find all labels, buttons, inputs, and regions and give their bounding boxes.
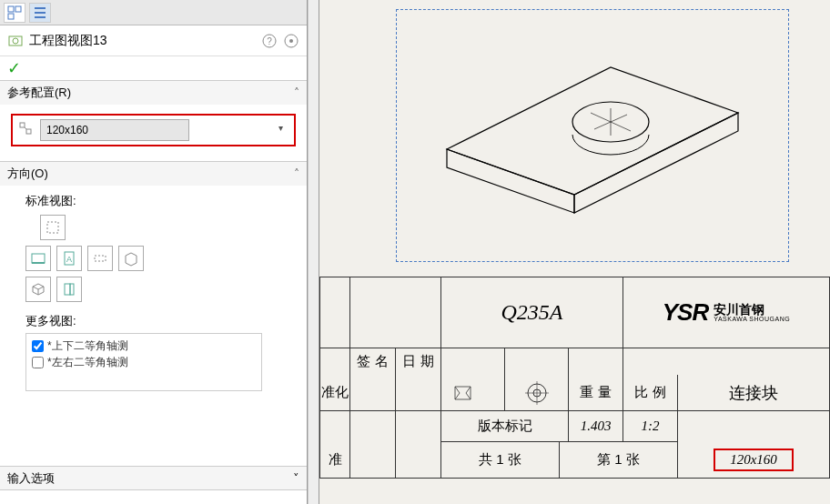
weight-label: 重 量 xyxy=(569,375,623,411)
svg-rect-21 xyxy=(65,284,70,295)
help-button[interactable]: ? xyxy=(261,33,278,49)
svg-point-7 xyxy=(13,38,18,44)
canvas-area[interactable] xyxy=(319,0,830,277)
isometric-part-view xyxy=(429,31,756,240)
view-iso-button[interactable] xyxy=(25,277,51,302)
panel-header: 工程图视图13 ? xyxy=(0,25,307,56)
chevron-up-icon: ˄ xyxy=(294,167,299,180)
svg-line-29 xyxy=(591,113,611,122)
rev-weight: 1.403 xyxy=(569,411,623,442)
pin-button[interactable] xyxy=(283,33,299,49)
material-cell: Q235A xyxy=(441,277,623,348)
svg-text:A: A xyxy=(66,255,72,264)
view-front-button[interactable] xyxy=(40,215,66,240)
logo-cell: YSR 安川首钢 YASKAWA SHOUGANG xyxy=(623,277,830,348)
sheet-total: 共 1 张 xyxy=(441,442,560,479)
projection-icon-cell xyxy=(441,375,505,411)
svg-line-30 xyxy=(611,122,631,131)
config-dropdown[interactable] xyxy=(40,119,288,141)
svg-line-14 xyxy=(25,127,26,129)
title-block: Q235A YSR 安川首钢 YASKAWA SHOUGANG 签 名 日 期 … xyxy=(319,277,830,504)
tab-feature-manager[interactable] xyxy=(4,3,25,23)
view-top-button[interactable] xyxy=(25,246,51,271)
rev-label: 版本标记 xyxy=(441,411,569,442)
chevron-up-icon: ˄ xyxy=(294,86,299,99)
confirm-row: ✓ xyxy=(0,56,307,80)
config-highlight-box xyxy=(11,114,296,146)
reference-config-label: 参考配置(R) xyxy=(7,85,71,101)
svg-text:?: ? xyxy=(267,36,272,46)
svg-marker-23 xyxy=(447,67,738,195)
more-view-check-1[interactable] xyxy=(32,357,44,368)
partname-cell: 连接块 xyxy=(678,375,830,411)
config-icon xyxy=(18,121,35,139)
input-options-header[interactable]: 输入选项 ˅ xyxy=(0,466,307,489)
more-view-item-1[interactable]: *左右二等角轴测 xyxy=(32,354,256,370)
panel-title: 工程图视图13 xyxy=(25,33,261,49)
chevron-down-icon: ˅ xyxy=(293,471,299,485)
ok-check-icon[interactable]: ✓ xyxy=(7,58,21,78)
orientation-section: 方向(O) ˄ 标准视图: A xyxy=(0,161,307,398)
target-icon-cell xyxy=(505,375,569,411)
view-left-button[interactable] xyxy=(87,246,113,271)
view-right-button[interactable]: A xyxy=(56,246,82,271)
view-dimetric-button[interactable] xyxy=(56,277,82,302)
svg-line-32 xyxy=(594,122,611,129)
orientation-header[interactable]: 方向(O) ˄ xyxy=(0,162,307,186)
svg-rect-12 xyxy=(20,123,25,127)
tree-icon xyxy=(7,5,22,20)
property-panel: 工程图视图13 ? ✓ 参考配置(R) ˄ xyxy=(0,0,308,504)
more-views-label: 更多视图: xyxy=(11,307,296,333)
svg-marker-24 xyxy=(447,149,574,213)
drawing-canvas: Q235A YSR 安川首钢 YASKAWA SHOUGANG 签 名 日 期 … xyxy=(319,0,830,504)
svg-point-11 xyxy=(289,39,293,43)
std-label: 准化 xyxy=(319,375,350,411)
tab-property-manager[interactable] xyxy=(29,3,51,23)
panel-scrollbar[interactable] xyxy=(308,0,319,504)
panel-tabs xyxy=(0,0,307,25)
sign-label: 签 名 xyxy=(350,348,396,376)
drawing-view-icon xyxy=(7,33,25,49)
input-options-label: 输入选项 xyxy=(7,470,55,487)
config-value-highlight: 120x160 xyxy=(714,449,794,471)
list-icon xyxy=(33,5,47,20)
svg-rect-0 xyxy=(8,6,14,12)
svg-rect-22 xyxy=(70,284,74,295)
config-select-input[interactable] xyxy=(40,119,189,141)
orientation-label: 方向(O) xyxy=(7,166,48,182)
scale-label: 比 例 xyxy=(623,375,678,411)
svg-rect-13 xyxy=(26,129,31,134)
view-back-button[interactable] xyxy=(118,246,144,271)
svg-rect-2 xyxy=(15,6,21,12)
svg-rect-15 xyxy=(47,222,58,233)
svg-rect-20 xyxy=(95,256,106,261)
reference-config-header[interactable]: 参考配置(R) ˄ xyxy=(0,81,307,105)
standard-views-label: 标准视图: xyxy=(11,193,296,209)
sheet-current: 第 1 张 xyxy=(560,442,678,479)
approve-label: 准 xyxy=(319,442,350,479)
rev-scale: 1:2 xyxy=(623,411,678,442)
svg-marker-25 xyxy=(574,113,738,213)
svg-line-31 xyxy=(611,115,627,122)
more-view-item-0[interactable]: *上下二等角轴测 xyxy=(32,338,256,354)
more-views-list[interactable]: *上下二等角轴测 *左右二等角轴测 xyxy=(25,333,262,391)
reference-config-section: 参考配置(R) ˄ xyxy=(0,80,307,161)
config-value-cell: 120x160 xyxy=(678,442,830,479)
more-view-check-0[interactable] xyxy=(32,340,44,352)
date-label: 日 期 xyxy=(396,348,441,376)
svg-rect-16 xyxy=(32,254,45,263)
svg-rect-1 xyxy=(8,14,14,19)
